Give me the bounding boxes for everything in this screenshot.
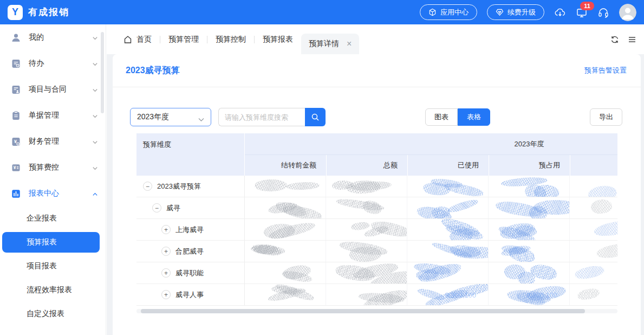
value-cell-redacted xyxy=(326,176,407,197)
renew-upgrade-label: 续费升级 xyxy=(508,8,536,17)
tab-label: 预算管理 xyxy=(168,35,199,44)
chevron-up-icon xyxy=(92,191,98,197)
notification-badge: 11 xyxy=(580,2,594,10)
value-cell-redacted xyxy=(489,241,570,262)
value-cell-redacted xyxy=(245,284,326,305)
search-button[interactable] xyxy=(305,108,326,126)
tab-3[interactable]: 预算控制 xyxy=(207,35,254,44)
table-view-button[interactable]: 表格 xyxy=(458,108,490,126)
page-title: 2023威寻预算 xyxy=(126,65,180,76)
sidebar-subitem[interactable]: 企业报表 xyxy=(0,207,106,230)
svg-text:¥: ¥ xyxy=(14,138,17,144)
value-cell-redacted: 9,300,100 xyxy=(489,284,570,305)
sidebar-scrollbar[interactable] xyxy=(101,32,104,113)
budget-table: 预算维度 2023年度 结转前金额总额已使用预占用 −2023威寻预算−威寻+上… xyxy=(136,133,617,313)
search-input[interactable] xyxy=(218,108,305,126)
horizontal-scrollbar[interactable] xyxy=(136,309,617,313)
chevron-down-icon xyxy=(92,139,98,145)
partial-cell xyxy=(570,197,617,218)
sidebar-subitem[interactable]: 自定义报表 xyxy=(0,302,106,326)
sidebar-item-todo[interactable]: 待办 xyxy=(0,50,106,76)
sidebar-subitem[interactable]: 流程效率报表 xyxy=(0,278,106,302)
export-button[interactable]: 导出 xyxy=(590,108,622,126)
column-header: 总额 xyxy=(326,155,407,176)
column-group-header: 2023年度 xyxy=(245,133,617,155)
partial-cell xyxy=(570,262,617,284)
user-icon xyxy=(11,33,21,43)
sidebar-subitem[interactable]: 项目报表 xyxy=(0,254,106,278)
budget-icon: ¥ xyxy=(11,163,21,173)
tab-label: 首页 xyxy=(136,35,152,44)
expand-icon[interactable]: + xyxy=(161,247,171,256)
year-select[interactable]: 2023年度 xyxy=(130,108,211,126)
menu-icon[interactable] xyxy=(628,35,636,44)
scrollbar-thumb[interactable] xyxy=(141,309,585,313)
content-area: 2023威寻预算 预算告警设置 2023年度 图表 xyxy=(107,54,644,335)
value-cell-redacted xyxy=(245,262,326,284)
brand: Y 有成报销 xyxy=(8,5,69,20)
report-icon xyxy=(11,189,21,199)
partial-cell xyxy=(570,176,617,197)
tab-5[interactable]: 预算详情× xyxy=(301,34,359,54)
expand-icon[interactable]: + xyxy=(161,290,171,299)
headset-icon[interactable] xyxy=(597,7,609,18)
table-row: +上海威寻 xyxy=(136,219,617,241)
sidebar-item-label: 项目与合同 xyxy=(29,85,92,94)
tab-2[interactable]: 预算管理 xyxy=(160,35,207,44)
partial-cell xyxy=(570,219,617,240)
top-header: Y 有成报销 应用中心 续费升级 11 xyxy=(0,0,644,24)
chevron-down-icon xyxy=(92,35,98,41)
value-cell-redacted xyxy=(489,219,570,240)
tab-4[interactable]: 预算报表 xyxy=(255,35,301,44)
sidebar-item-label: 报表中心 xyxy=(29,189,92,198)
sidebar-item-label: 单据管理 xyxy=(29,111,92,120)
chevron-down-icon xyxy=(198,115,204,119)
value-cell-redacted xyxy=(489,262,570,284)
value-cell-redacted xyxy=(326,197,407,218)
collapse-icon[interactable]: − xyxy=(152,203,161,212)
refresh-icon[interactable] xyxy=(610,35,619,44)
notifications-icon[interactable]: 11 xyxy=(576,7,588,18)
column-header: 预占用 xyxy=(489,155,570,176)
partial-cell xyxy=(570,241,617,262)
table-row: +合肥威寻 xyxy=(136,241,617,262)
user-avatar[interactable] xyxy=(619,4,636,21)
sidebar-subitem[interactable]: 预算报表 xyxy=(2,232,100,253)
renew-upgrade-button[interactable]: 续费升级 xyxy=(487,4,544,20)
value-cell-redacted xyxy=(326,284,407,305)
row-label: 威寻人事 xyxy=(175,290,204,300)
app-center-button[interactable]: 应用中心 xyxy=(420,4,477,20)
chevron-down-icon xyxy=(92,61,98,67)
column-header: 已使用 xyxy=(407,155,489,176)
sidebar-item-user[interactable]: 我的 xyxy=(0,24,106,50)
chart-view-button[interactable]: 图表 xyxy=(425,108,458,126)
budget-detail-card: 2023威寻预算 预算告警设置 2023年度 图表 xyxy=(113,54,641,335)
table-row: −威寻 xyxy=(136,197,617,219)
sidebar-item-budget[interactable]: ¥预算费控 xyxy=(0,154,106,181)
collapse-icon[interactable]: − xyxy=(143,182,152,191)
docs-icon xyxy=(11,111,21,121)
cloud-download-icon[interactable] xyxy=(554,7,566,18)
todo-icon xyxy=(11,59,21,69)
close-tab-icon[interactable]: × xyxy=(347,40,352,48)
sidebar-item-project[interactable]: 项目与合同 xyxy=(0,76,106,102)
sidebar-item-docs[interactable]: 单据管理 xyxy=(0,102,106,128)
view-toggle: 图表 表格 xyxy=(425,108,490,126)
table-row: −2023威寻预算 xyxy=(136,176,617,197)
expand-icon[interactable]: + xyxy=(161,268,171,278)
sidebar-item-report[interactable]: 报表中心 xyxy=(0,181,106,207)
budget-alert-settings-link[interactable]: 预算告警设置 xyxy=(584,66,627,75)
expand-icon[interactable]: + xyxy=(161,225,171,234)
value-cell-redacted xyxy=(407,219,489,240)
value-cell-redacted xyxy=(489,197,570,218)
sidebar-item-finance[interactable]: ¥财务管理 xyxy=(0,128,106,154)
app-title: 有成报销 xyxy=(28,6,69,18)
app-logo-icon[interactable]: Y xyxy=(8,5,23,20)
logo-letter: Y xyxy=(12,7,18,18)
column-header-dimension: 预算维度 xyxy=(136,133,245,176)
tab-1[interactable]: 首页 xyxy=(115,35,160,44)
value-cell-redacted xyxy=(245,197,326,218)
sidebar: 我的待办项目与合同单据管理¥财务管理¥预算费控报表中心企业报表预算报表项目报表流… xyxy=(0,24,106,335)
svg-text:¥: ¥ xyxy=(14,165,16,170)
tab-label: 预算详情 xyxy=(309,39,339,49)
